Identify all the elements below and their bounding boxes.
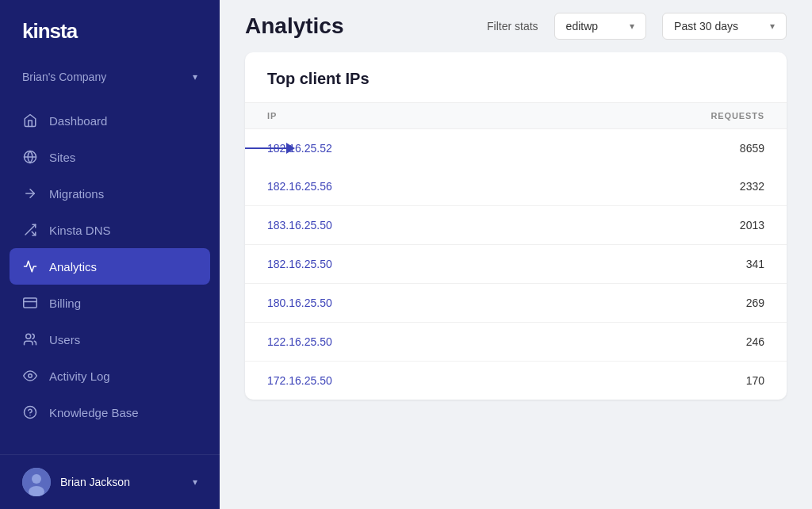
table-row: 183.16.25.50 2013	[245, 206, 787, 245]
sidebar-nav: Dashboard Sites Migrations	[0, 96, 220, 454]
ip-address-4[interactable]: 182.16.25.50	[267, 258, 332, 270]
billing-icon	[22, 295, 38, 311]
date-range-value: Past 30 days	[674, 20, 738, 33]
card-title: Top client IPs	[245, 52, 787, 103]
sidebar-item-sites[interactable]: Sites	[0, 139, 220, 175]
sidebar-item-analytics[interactable]: Analytics	[10, 248, 210, 285]
user-chevron-icon: ▾	[193, 476, 197, 488]
sidebar-item-activity-log[interactable]: Activity Log	[0, 358, 220, 394]
sidebar-item-label-knowledge-base: Knowledge Base	[49, 406, 139, 419]
company-selector[interactable]: Brian's Company ▾	[0, 64, 220, 96]
date-range-dropdown[interactable]: Past 30 days ▾	[662, 13, 787, 40]
sidebar-item-dashboard[interactable]: Dashboard	[0, 102, 220, 139]
ip-address-5[interactable]: 180.16.25.50	[267, 297, 332, 309]
svg-rect-6	[24, 298, 37, 308]
sidebar-item-label-dashboard: Dashboard	[49, 114, 107, 128]
home-icon	[22, 113, 38, 128]
sidebar-item-migrations[interactable]: Migrations	[0, 175, 220, 212]
help-icon	[22, 404, 38, 420]
user-menu[interactable]: Brian Jackson ▾	[0, 454, 220, 509]
top-client-ips-card: Top client IPs IP REQUESTS 182.16.25.52 …	[245, 52, 787, 400]
sidebar-item-knowledge-base[interactable]: Knowledge Base	[0, 394, 220, 431]
arrow-indicator	[245, 143, 295, 154]
ip-address-2[interactable]: 182.16.25.56	[267, 180, 332, 193]
arrow-line	[245, 147, 287, 150]
ip-address-6[interactable]: 122.16.25.50	[267, 335, 332, 348]
sidebar-item-label-analytics: Analytics	[49, 260, 97, 274]
svg-point-13	[32, 474, 41, 484]
ip-address-7[interactable]: 172.16.25.50	[267, 374, 332, 387]
sidebar-item-billing[interactable]: Billing	[0, 285, 220, 321]
user-name: Brian Jackson	[60, 476, 130, 488]
table-row: 182.16.25.56 2332	[245, 167, 787, 206]
sidebar-item-label-billing: Billing	[49, 297, 81, 310]
column-header-ip: IP	[267, 111, 277, 121]
request-count-6: 246	[746, 335, 764, 348]
request-count-7: 170	[746, 374, 764, 387]
main-content: Analytics Filter stats editwp ▾ Past 30 …	[220, 0, 812, 509]
avatar	[22, 468, 51, 496]
filter-stats-label: Filter stats	[487, 20, 538, 33]
table-row: 122.16.25.50 246	[245, 323, 787, 362]
table-header: IP REQUESTS	[245, 103, 787, 129]
filter-stats-dropdown[interactable]: editwp ▾	[554, 13, 646, 40]
svg-point-8	[26, 334, 31, 339]
users-icon	[22, 331, 38, 347]
eye-icon	[22, 368, 38, 384]
request-count-2: 2332	[740, 180, 764, 193]
sidebar-item-label-kinsta-dns: Kinsta DNS	[49, 224, 111, 237]
table-row: 180.16.25.50 269	[245, 284, 787, 323]
sidebar-item-kinsta-dns[interactable]: Kinsta DNS	[0, 212, 220, 248]
table-row-wrapper-1: 182.16.25.52 8659	[245, 129, 787, 167]
sidebar-item-label-migrations: Migrations	[49, 187, 104, 201]
content-area: Top client IPs IP REQUESTS 182.16.25.52 …	[220, 52, 812, 509]
logo: kinsta	[22, 19, 197, 48]
globe-icon	[22, 149, 38, 165]
migrations-icon	[22, 186, 38, 201]
request-count-1: 8659	[740, 142, 764, 155]
request-count-5: 269	[746, 297, 764, 309]
filter-chevron-icon: ▾	[630, 21, 634, 32]
column-header-requests: REQUESTS	[710, 111, 764, 121]
table-row: 172.16.25.50 170	[245, 362, 787, 400]
svg-text:kinsta: kinsta	[22, 19, 79, 43]
request-count-3: 2013	[740, 219, 764, 232]
analytics-icon	[22, 258, 38, 274]
page-title: Analytics	[245, 13, 344, 39]
filter-value: editwp	[566, 20, 598, 33]
ip-address-3[interactable]: 183.16.25.50	[267, 219, 332, 232]
svg-point-9	[29, 374, 33, 378]
sidebar-item-users[interactable]: Users	[0, 321, 220, 358]
date-range-chevron-icon: ▾	[770, 21, 775, 32]
request-count-4: 341	[746, 258, 764, 270]
arrow-head-icon	[286, 143, 295, 154]
page-header: Analytics Filter stats editwp ▾ Past 30 …	[220, 0, 812, 52]
table-row: 182.16.25.50 341	[245, 245, 787, 284]
company-chevron-icon: ▾	[193, 71, 197, 82]
sidebar: kinsta Brian's Company ▾ Dashboard Sites	[0, 0, 220, 509]
dns-icon	[22, 222, 38, 238]
company-name: Brian's Company	[22, 71, 106, 83]
table-row: 182.16.25.52 8659	[245, 129, 787, 167]
sidebar-item-label-sites: Sites	[49, 151, 75, 164]
logo-area: kinsta	[0, 0, 220, 64]
user-info: Brian Jackson	[22, 468, 130, 496]
sidebar-item-label-users: Users	[49, 333, 80, 346]
sidebar-item-label-activity-log: Activity Log	[49, 369, 110, 383]
